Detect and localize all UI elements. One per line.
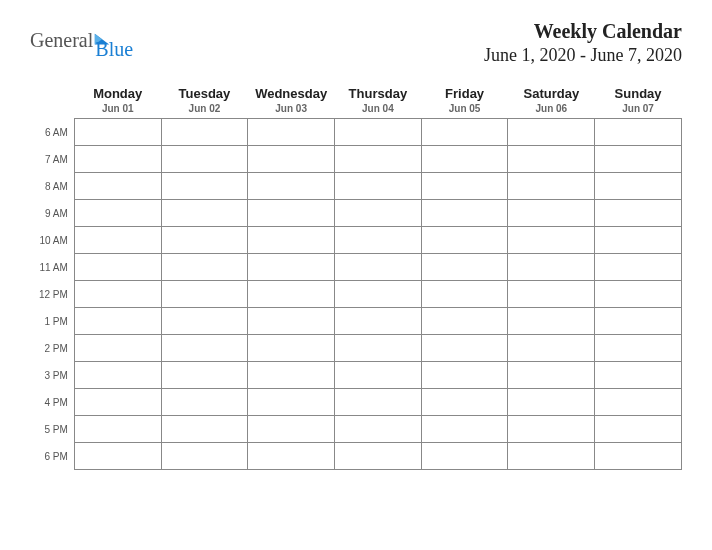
- hour-label: 5 PM: [30, 416, 74, 443]
- calendar-cell: [508, 200, 595, 227]
- calendar-cell: [595, 416, 682, 443]
- hour-row: 1 PM: [30, 308, 682, 335]
- calendar-cell: [161, 227, 248, 254]
- hour-row: 11 AM: [30, 254, 682, 281]
- date-range: June 1, 2020 - June 7, 2020: [484, 45, 682, 66]
- day-date: Jun 03: [248, 103, 335, 114]
- hour-row: 5 PM: [30, 416, 682, 443]
- calendar-cell: [508, 281, 595, 308]
- hour-label: 6 PM: [30, 443, 74, 470]
- logo-text-blue: Blue: [95, 38, 133, 60]
- calendar-cell: [335, 254, 422, 281]
- hour-row: 2 PM: [30, 335, 682, 362]
- hour-row: 7 AM: [30, 146, 682, 173]
- day-date: Jun 05: [421, 103, 508, 114]
- day-date: Jun 04: [335, 103, 422, 114]
- calendar-cell: [161, 119, 248, 146]
- calendar-cell: [74, 119, 161, 146]
- calendar-cell: [74, 362, 161, 389]
- calendar-cell: [335, 308, 422, 335]
- calendar-cell: [421, 281, 508, 308]
- calendar-cell: [595, 335, 682, 362]
- calendar-cell: [508, 389, 595, 416]
- calendar-cell: [421, 389, 508, 416]
- hour-row: 6 PM: [30, 443, 682, 470]
- calendar-cell: [161, 362, 248, 389]
- calendar-cell: [595, 389, 682, 416]
- hour-label: 2 PM: [30, 335, 74, 362]
- calendar-cell: [595, 254, 682, 281]
- day-name: Monday: [74, 86, 161, 101]
- calendar-cell: [161, 416, 248, 443]
- hour-row: 8 AM: [30, 173, 682, 200]
- calendar-cell: [74, 416, 161, 443]
- day-date: Jun 06: [508, 103, 595, 114]
- hour-row: 3 PM: [30, 362, 682, 389]
- calendar-cell: [595, 308, 682, 335]
- hour-label: 4 PM: [30, 389, 74, 416]
- calendar-cell: [248, 227, 335, 254]
- day-header-wednesday: Wednesday Jun 03: [248, 86, 335, 119]
- calendar-cell: [74, 335, 161, 362]
- calendar-cell: [421, 254, 508, 281]
- calendar-cell: [161, 173, 248, 200]
- day-name: Sunday: [595, 86, 682, 101]
- hour-row: 9 AM: [30, 200, 682, 227]
- calendar-cell: [248, 335, 335, 362]
- day-header-row: Monday Jun 01 Tuesday Jun 02 Wednesday J…: [30, 86, 682, 119]
- calendar-cell: [335, 227, 422, 254]
- calendar-cell: [74, 389, 161, 416]
- calendar-cell: [248, 362, 335, 389]
- calendar-cell: [508, 443, 595, 470]
- calendar-cell: [508, 173, 595, 200]
- calendar-cell: [248, 416, 335, 443]
- calendar-cell: [508, 308, 595, 335]
- calendar-cell: [421, 416, 508, 443]
- hour-row: 12 PM: [30, 281, 682, 308]
- day-date: Jun 07: [595, 103, 682, 114]
- calendar-cell: [421, 200, 508, 227]
- day-header-sunday: Sunday Jun 07: [595, 86, 682, 119]
- calendar-cell: [248, 281, 335, 308]
- calendar-cell: [248, 389, 335, 416]
- hour-label: 8 AM: [30, 173, 74, 200]
- time-col-header: [30, 86, 74, 119]
- calendar-cell: [421, 362, 508, 389]
- calendar-cell: [421, 308, 508, 335]
- hour-row: 4 PM: [30, 389, 682, 416]
- hour-row: 6 AM: [30, 119, 682, 146]
- day-header-thursday: Thursday Jun 04: [335, 86, 422, 119]
- calendar-cell: [508, 362, 595, 389]
- calendar-cell: [248, 200, 335, 227]
- calendar-cell: [421, 443, 508, 470]
- calendar-cell: [595, 200, 682, 227]
- hour-row: 10 AM: [30, 227, 682, 254]
- calendar-cell: [335, 335, 422, 362]
- day-header-tuesday: Tuesday Jun 02: [161, 86, 248, 119]
- calendar-cell: [248, 443, 335, 470]
- hour-label: 7 AM: [30, 146, 74, 173]
- calendar-cell: [248, 254, 335, 281]
- logo-text-general: General: [30, 29, 93, 52]
- calendar-cell: [335, 362, 422, 389]
- day-header-monday: Monday Jun 01: [74, 86, 161, 119]
- calendar-cell: [248, 173, 335, 200]
- calendar-cell: [508, 254, 595, 281]
- calendar-cell: [595, 146, 682, 173]
- calendar-cell: [335, 443, 422, 470]
- calendar-cell: [335, 173, 422, 200]
- calendar-cell: [161, 389, 248, 416]
- calendar-cell: [74, 146, 161, 173]
- day-header-saturday: Saturday Jun 06: [508, 86, 595, 119]
- calendar-cell: [508, 119, 595, 146]
- calendar-cell: [161, 281, 248, 308]
- calendar-body: 6 AM7 AM8 AM9 AM10 AM11 AM12 PM1 PM2 PM3…: [30, 119, 682, 470]
- day-name: Thursday: [335, 86, 422, 101]
- hour-label: 11 AM: [30, 254, 74, 281]
- calendar-cell: [508, 146, 595, 173]
- title-block: Weekly Calendar June 1, 2020 - June 7, 2…: [484, 20, 682, 66]
- calendar-cell: [74, 227, 161, 254]
- hour-label: 10 AM: [30, 227, 74, 254]
- calendar-cell: [595, 119, 682, 146]
- day-name: Friday: [421, 86, 508, 101]
